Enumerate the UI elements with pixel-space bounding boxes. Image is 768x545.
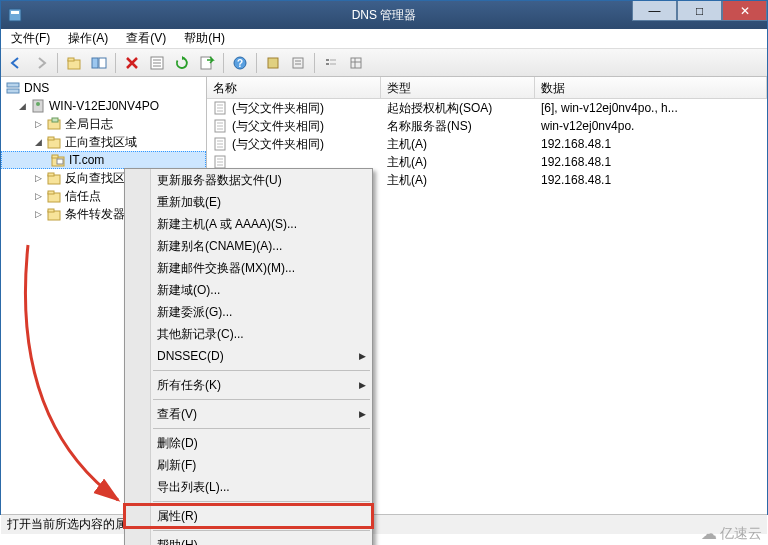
export-button[interactable] [196,52,218,74]
forward-button[interactable] [30,52,52,74]
ctx-new-domain[interactable]: 新建域(O)... [125,279,372,301]
ctx-new-cname[interactable]: 新建别名(CNAME)(A)... [125,235,372,257]
list-row[interactable]: (与父文件夹相同)起始授权机构(SOA)[6], win-v12ej0nv4po… [207,99,767,117]
titlebar: DNS 管理器 — □ ✕ [1,1,767,29]
svg-rect-34 [57,159,63,164]
svg-rect-29 [52,118,58,122]
record-icon [213,136,229,152]
tree-label: 正向查找区域 [65,134,137,151]
svg-rect-5 [99,58,106,68]
cell-data: [6], win-v12ej0nv4po., h... [535,101,767,115]
ctx-delete[interactable]: 删除(D) [125,432,372,454]
svg-rect-10 [201,57,211,69]
tree-forward-zones[interactable]: ◢ 正向查找区域 [1,133,206,151]
tree-server[interactable]: ◢ WIN-V12EJ0NV4PO [1,97,206,115]
cell-type: 主机(A) [381,172,535,189]
svg-rect-1 [11,11,19,14]
cell-name: (与父文件夹相同) [232,101,324,115]
svg-rect-20 [330,63,336,65]
cell-data: win-v12ej0nv4po. [535,119,767,133]
column-header-name[interactable]: 名称 [207,77,381,98]
submenu-arrow-icon: ▶ [359,351,366,361]
tree-zone-selected[interactable]: IT.com [1,151,206,169]
tree-global-log[interactable]: ▷ 全局日志 [1,115,206,133]
ctx-view[interactable]: 查看(V)▶ [125,403,372,425]
menu-view[interactable]: 查看(V) [122,29,170,48]
show-hide-button[interactable] [88,52,110,74]
svg-rect-4 [92,58,98,68]
cell-type: 主机(A) [381,136,535,153]
ctx-dnssec[interactable]: DNSSEC(D)▶ [125,345,372,367]
svg-rect-36 [48,173,54,176]
properties-toolbar-button[interactable] [146,52,168,74]
list2-button[interactable] [345,52,367,74]
tree-label: 条件转发器 [65,206,125,223]
ctx-all-tasks[interactable]: 所有任务(K)▶ [125,374,372,396]
list1-button[interactable] [320,52,342,74]
collapse-icon[interactable]: ◢ [33,137,44,148]
up-button[interactable] [63,52,85,74]
ctx-export[interactable]: 导出列表(L)... [125,476,372,498]
cell-type: 名称服务器(NS) [381,118,535,135]
statusbar: 打开当前所选内容的属性对话框。 [1,514,767,534]
ctx-separator [153,530,370,531]
close-button[interactable]: ✕ [722,1,767,21]
svg-point-27 [36,102,40,106]
expand-icon[interactable]: ▷ [33,191,44,202]
cell-data: 192.168.48.1 [535,173,767,187]
ctx-reload[interactable]: 重新加载(E) [125,191,372,213]
ctx-new-delegate[interactable]: 新建委派(G)... [125,301,372,323]
expand-icon[interactable]: ▷ [33,209,44,220]
ctx-help[interactable]: 帮助(H) [125,534,372,545]
svg-rect-33 [52,155,58,158]
submenu-arrow-icon: ▶ [359,409,366,419]
column-header-data[interactable]: 数据 [535,77,767,98]
svg-rect-14 [293,58,303,68]
list-row[interactable]: (与父文件夹相同)主机(A)192.168.48.1 [207,135,767,153]
tree-root-dns[interactable]: DNS [1,79,206,97]
list-row[interactable]: (与父文件夹相同)名称服务器(NS)win-v12ej0nv4po. [207,117,767,135]
cell-name: (与父文件夹相同) [232,119,324,133]
toolbar: ? [1,49,767,77]
cell-name: (与父文件夹相同) [232,137,324,151]
svg-rect-25 [7,89,19,93]
tree-label: 全局日志 [65,116,113,133]
filter1-button[interactable] [262,52,284,74]
ctx-new-mx[interactable]: 新建邮件交换器(MX)(M)... [125,257,372,279]
tree-label: DNS [24,81,49,95]
ctx-other-record[interactable]: 其他新记录(C)... [125,323,372,345]
expand-icon[interactable]: ▷ [33,119,44,130]
refresh-button[interactable] [171,52,193,74]
filter2-button[interactable] [287,52,309,74]
back-button[interactable] [5,52,27,74]
help-button[interactable]: ? [229,52,251,74]
svg-rect-3 [68,58,74,61]
cell-data: 192.168.48.1 [535,155,767,169]
ctx-update[interactable]: 更新服务器数据文件(U) [125,169,372,191]
submenu-arrow-icon: ▶ [359,380,366,390]
ctx-refresh[interactable]: 刷新(F) [125,454,372,476]
collapse-icon[interactable]: ◢ [17,101,28,112]
column-header-type[interactable]: 类型 [381,77,535,98]
menu-file[interactable]: 文件(F) [7,29,54,48]
ctx-properties[interactable]: 属性(R) [125,505,372,527]
cloud-icon: ☁ [701,524,717,543]
tree-label: IT.com [69,153,104,167]
menu-action[interactable]: 操作(A) [64,29,112,48]
maximize-button[interactable]: □ [677,1,722,21]
delete-button[interactable] [121,52,143,74]
cell-data: 192.168.48.1 [535,137,767,151]
tree-label: WIN-V12EJ0NV4PO [49,99,159,113]
minimize-button[interactable]: — [632,1,677,21]
expand-icon[interactable]: ▷ [33,173,44,184]
svg-text:?: ? [237,58,243,69]
ctx-separator [153,370,370,371]
window-title: DNS 管理器 [352,7,417,24]
watermark: ☁ 亿速云 [701,524,762,543]
menu-help[interactable]: 帮助(H) [180,29,229,48]
svg-rect-31 [48,137,54,140]
tree-label: 信任点 [65,188,101,205]
ctx-separator [153,428,370,429]
svg-rect-18 [326,63,329,65]
ctx-new-host[interactable]: 新建主机(A 或 AAAA)(S)... [125,213,372,235]
